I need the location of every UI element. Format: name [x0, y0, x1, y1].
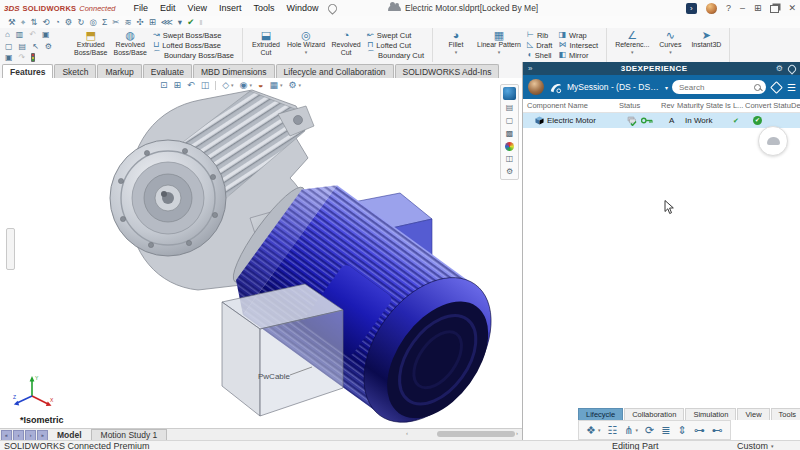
- restore-icon[interactable]: [770, 5, 779, 13]
- intersect-button[interactable]: ⋈ Intersect: [558, 41, 598, 50]
- tab-features[interactable]: Features: [2, 64, 53, 78]
- rib-button[interactable]: ⊢ Rib: [527, 31, 552, 40]
- revolved-cut-button[interactable]: ◔ Revolved Cut: [328, 29, 364, 61]
- file-explorer-icon[interactable]: ▢: [506, 116, 514, 126]
- menu-insert[interactable]: Insert: [213, 0, 248, 16]
- tool-icon-7[interactable]: ↻: [77, 16, 84, 28]
- save-revision-icon[interactable]: ☷: [607, 424, 617, 437]
- tab-tools[interactable]: Tools: [771, 408, 800, 420]
- assistant-floating-button[interactable]: [758, 126, 788, 156]
- tool-icon-11[interactable]: ≋: [124, 16, 131, 28]
- tab-strip-scrollbar[interactable]: [437, 431, 515, 437]
- col-is-locked[interactable]: Is L...: [725, 101, 745, 110]
- dropdown-caret-icon[interactable]: ▾: [635, 427, 638, 433]
- curves-button[interactable]: ∿ Curves ▾: [652, 29, 688, 61]
- tool-icon-6[interactable]: ⚙: [65, 16, 73, 28]
- rebuild-check-icon[interactable]: ✔: [187, 16, 194, 28]
- col-component-name[interactable]: Component Name: [523, 101, 619, 110]
- status-units-selector[interactable]: Custom ▾: [737, 441, 774, 450]
- tab-model[interactable]: Model: [48, 430, 91, 441]
- tool-icon-13[interactable]: ⊞: [149, 16, 156, 28]
- tool-icon-12[interactable]: ✣: [137, 16, 144, 28]
- swept-cut-button[interactable]: ↜ Swept Cut: [367, 31, 424, 40]
- col-maturity-state[interactable]: Maturity State: [677, 101, 725, 110]
- file-props-icon[interactable]: ▣: [5, 53, 13, 62]
- tab-scroll-prev-icon[interactable]: ‹: [13, 430, 24, 441]
- featuremanager-collapsed-splitter[interactable]: [6, 228, 15, 270]
- wrap-button[interactable]: ◨ Wrap: [558, 31, 598, 40]
- window-icon[interactable]: ▣: [42, 30, 50, 39]
- boundary-boss-base-button[interactable]: ⌒ Boundary Boss/Base: [153, 51, 234, 60]
- hole-wizard-button[interactable]: ◎ Hole Wizard ▾: [284, 29, 328, 61]
- tool-icon-3[interactable]: ⇅: [30, 16, 37, 28]
- shell-button[interactable]: ◖ Shell: [527, 51, 552, 60]
- tab-view[interactable]: View: [737, 408, 769, 420]
- tab-scroll-next-icon[interactable]: ›: [25, 430, 36, 441]
- swept-boss-base-button[interactable]: ↝ Swept Boss/Base: [153, 31, 234, 40]
- lofted-cut-button[interactable]: ⊓ Lofted Cut: [367, 41, 424, 50]
- tab-mbd-dimensions[interactable]: MBD Dimensions: [193, 64, 275, 78]
- user-avatar[interactable]: [528, 79, 544, 95]
- home-icon[interactable]: ⌂: [5, 30, 10, 39]
- tab-solidworks-add-ins[interactable]: SOLIDWORKS Add-Ins: [395, 64, 500, 78]
- dropdown-caret-icon[interactable]: ▾: [178, 16, 182, 28]
- search-input[interactable]: [677, 82, 751, 93]
- tool-icon-2[interactable]: ⌖: [21, 16, 26, 28]
- col-description[interactable]: Des: [791, 101, 800, 110]
- scroll-left-icon[interactable]: ‹: [406, 430, 408, 436]
- search-icon[interactable]: [754, 84, 761, 91]
- session-selector[interactable]: MySession - (DS - DSQRL070 - E...: [567, 82, 661, 92]
- chevron-down-icon[interactable]: ▾: [665, 84, 668, 91]
- tab-scroll-first-icon[interactable]: «: [1, 430, 12, 441]
- new-doc-icon[interactable]: ▢: [5, 42, 13, 51]
- pin-menu-icon[interactable]: [327, 2, 340, 15]
- tool-icon-8[interactable]: ◎: [90, 16, 97, 28]
- share-network-icon[interactable]: ⋔: [624, 424, 633, 437]
- dropdown-caret-icon[interactable]: ▾: [631, 50, 634, 55]
- layout-icon[interactable]: ⊞: [754, 3, 762, 13]
- revolved-boss-base-button[interactable]: ◍ Revolved Boss/Base: [110, 29, 149, 61]
- structure-tree-icon[interactable]: ≣: [661, 424, 670, 437]
- tab-sketch[interactable]: Sketch: [54, 64, 96, 78]
- lofted-boss-base-button[interactable]: ⊔ Lofted Boss/Base: [153, 41, 234, 50]
- extruded-boss-base-button[interactable]: ⬒ Extruded Boss/Base: [71, 29, 110, 61]
- linear-pattern-button[interactable]: ▦ Linear Pattern ▾: [474, 29, 524, 61]
- reference-geometry-button[interactable]: ∠ Referenc... ▾: [612, 29, 652, 61]
- draft-button[interactable]: ◺ Draft: [527, 41, 552, 50]
- 3dexperience-tab-icon[interactable]: [503, 87, 516, 100]
- options-gear-icon[interactable]: ⚙: [45, 42, 52, 51]
- redo-icon[interactable]: ↷: [19, 53, 26, 62]
- appearances-icon[interactable]: [505, 142, 514, 151]
- mirror-button[interactable]: ◧ Mirror: [558, 51, 598, 60]
- traffic-light-icon[interactable]: [31, 53, 35, 62]
- panel-menu-icon[interactable]: ☰: [787, 82, 796, 93]
- tab-lifecycle-collaboration[interactable]: Lifecycle and Collaboration: [276, 64, 394, 78]
- tab-lifecycle[interactable]: Lifecycle: [578, 408, 623, 420]
- tag-icon[interactable]: [770, 81, 783, 94]
- platform-icon[interactable]: ›: [686, 3, 697, 14]
- tab-markup[interactable]: Markup: [97, 64, 141, 78]
- tool-icon-5[interactable]: ◔: [55, 16, 60, 28]
- tool-icon-14[interactable]: ⋘: [161, 16, 173, 28]
- tool-icon-4[interactable]: ⟲: [43, 16, 50, 28]
- dropdown-caret-icon[interactable]: ▾: [498, 50, 501, 55]
- minimize-icon[interactable]: –: [740, 3, 745, 13]
- search-box[interactable]: [672, 80, 766, 94]
- save-icon[interactable]: ▥: [16, 30, 24, 39]
- menu-tools[interactable]: Tools: [247, 0, 280, 16]
- extruded-cut-button[interactable]: ⬓ Extruded Cut: [248, 29, 284, 61]
- col-status[interactable]: Status: [619, 101, 661, 110]
- scroll-right-icon[interactable]: ›: [516, 430, 518, 436]
- model-electric-motor[interactable]: PwCable: [100, 86, 510, 426]
- select-cursor-icon[interactable]: ↖: [32, 42, 39, 51]
- undo-icon[interactable]: ↶: [29, 30, 36, 39]
- custom-properties-icon[interactable]: ⚙: [506, 167, 513, 177]
- menu-window[interactable]: Window: [280, 0, 324, 16]
- col-rev[interactable]: Rev: [661, 101, 677, 110]
- dropdown-caret-icon[interactable]: ▾: [598, 427, 601, 433]
- replace-version-icon[interactable]: ⊶: [694, 424, 705, 437]
- trim-icon[interactable]: ✂: [112, 16, 119, 28]
- insert-version-icon[interactable]: ⇕: [677, 424, 686, 437]
- update-version-icon[interactable]: ⊷: [712, 424, 723, 437]
- dropdown-caret-icon[interactable]: ▾: [455, 50, 458, 55]
